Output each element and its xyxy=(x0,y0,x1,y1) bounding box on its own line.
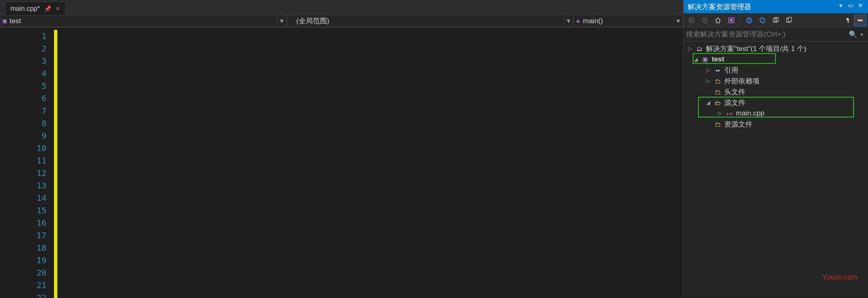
folder-icon: 🗀 xyxy=(713,88,722,95)
chevron-down-icon: ▾ xyxy=(674,17,683,25)
solution-explorer-toolbar xyxy=(684,13,868,27)
expand-icon[interactable]: ▷ xyxy=(717,110,723,116)
search-icon[interactable]: 🔍 xyxy=(848,30,858,38)
show-all-files-button[interactable] xyxy=(770,15,782,26)
references-node[interactable]: ▷ ▪▪ 引用 xyxy=(684,65,868,76)
line-number: 21 xyxy=(0,279,47,291)
line-number: 6 xyxy=(0,92,47,105)
sources-node[interactable]: ◢ 🗁 源文件 xyxy=(684,97,868,108)
line-number: 11 xyxy=(0,154,47,167)
line-number: 22 xyxy=(0,291,47,298)
folder-icon: 🗀 xyxy=(713,78,722,85)
svg-rect-3 xyxy=(730,19,733,22)
solution-tree[interactable]: ▷ 🗂 解决方案"test"(1 个项目/共 1 个) ◢ ▣ test ▷ ▪… xyxy=(684,42,868,298)
preview-selected-button[interactable] xyxy=(854,15,866,26)
line-number: 19 xyxy=(0,254,47,266)
file-main-cpp[interactable]: ▷ ++ main.cpp xyxy=(684,108,868,119)
line-number: 8 xyxy=(0,117,47,129)
global-label: (全局范围) xyxy=(295,16,564,26)
sources-label: 源文件 xyxy=(724,98,745,107)
references-icon: ▪▪ xyxy=(713,67,722,74)
collapse-all-button[interactable] xyxy=(783,15,795,26)
pin-icon[interactable]: ▭ xyxy=(846,2,856,11)
folder-open-icon: 🗁 xyxy=(713,99,722,106)
pin-icon[interactable]: 📌 xyxy=(44,5,51,12)
solution-label: 解决方案"test"(1 个项目/共 1 个) xyxy=(706,44,807,54)
line-number: 13 xyxy=(0,179,47,192)
home-button[interactable] xyxy=(712,15,724,26)
global-dropdown[interactable]: (全局范围) ▾ xyxy=(287,15,573,27)
solution-node[interactable]: ▷ 🗂 解决方案"test"(1 个项目/共 1 个) xyxy=(684,43,868,54)
expand-icon[interactable]: ▷ xyxy=(687,46,693,51)
file-label: main.cpp xyxy=(736,109,765,117)
line-number: 14 xyxy=(0,192,47,204)
back-button[interactable] xyxy=(685,15,698,26)
line-number: 1 xyxy=(0,30,47,42)
pending-changes-button[interactable] xyxy=(743,15,755,26)
svg-rect-8 xyxy=(788,17,792,22)
tab-label: main.cpp* xyxy=(10,5,40,12)
line-number: 10 xyxy=(0,142,47,154)
line-number: 20 xyxy=(0,266,47,279)
references-label: 引用 xyxy=(724,66,738,75)
line-gutter: 1 2 3 4 5 6 7 8 9 10 11 12 13 14 15 16 1… xyxy=(0,27,54,298)
function-dropdown[interactable]: ◈ main() ▾ xyxy=(573,15,683,27)
close-icon[interactable]: ✕ xyxy=(856,2,866,11)
line-number: 2 xyxy=(0,42,47,55)
external-deps-node[interactable]: ▷ 🗀 外部依赖项 xyxy=(684,76,868,86)
switch-view-button[interactable] xyxy=(725,15,738,26)
chevron-down-icon: ▾ xyxy=(277,17,286,25)
line-number: 5 xyxy=(0,80,47,92)
project-label: test xyxy=(712,55,724,64)
project-icon: ▣ xyxy=(0,18,9,24)
solution-explorer-search[interactable]: 🔍 ▾ xyxy=(684,27,868,42)
line-number: 12 xyxy=(0,167,47,179)
svg-point-1 xyxy=(702,18,707,23)
headers-label: 头文件 xyxy=(724,87,745,97)
chevron-down-icon: ▾ xyxy=(564,17,573,25)
line-number: 4 xyxy=(0,67,47,80)
cpp-file-icon: ++ xyxy=(725,110,733,117)
external-deps-label: 外部依赖项 xyxy=(724,76,760,86)
resources-node[interactable]: 🗀 资源文件 xyxy=(684,119,868,129)
tab-main-cpp[interactable]: main.cpp* 📌 ✕ xyxy=(5,2,66,15)
project-node-test[interactable]: ◢ ▣ test xyxy=(684,54,868,65)
watermark: Yuucn.com xyxy=(822,273,857,281)
svg-point-0 xyxy=(689,18,694,23)
resources-label: 资源文件 xyxy=(724,120,752,129)
svg-rect-9 xyxy=(858,20,863,21)
solution-icon: 🗂 xyxy=(695,45,703,52)
expand-icon[interactable]: ▷ xyxy=(705,67,711,73)
project-icon: ▣ xyxy=(701,56,709,63)
collapse-icon[interactable]: ◢ xyxy=(693,56,698,62)
forward-button[interactable] xyxy=(698,15,711,26)
line-number: 15 xyxy=(0,204,47,217)
expand-icon[interactable]: ▷ xyxy=(705,78,711,84)
code-nav-bar: ▣ test ▾ (全局范围) ▾ ◈ main() ▾ xyxy=(0,15,683,27)
panel-title: 解决方案资源管理器 xyxy=(688,2,836,12)
folder-icon: 🗀 xyxy=(713,121,722,128)
solution-explorer-panel: 解决方案资源管理器 ▾ ▭ ✕ xyxy=(683,0,868,298)
search-input[interactable] xyxy=(686,30,848,39)
line-number: 3 xyxy=(0,55,47,67)
collapse-icon[interactable]: ◢ xyxy=(705,100,711,105)
properties-button[interactable] xyxy=(841,15,853,26)
code-body[interactable] xyxy=(57,27,683,298)
headers-node[interactable]: 🗀 头文件 xyxy=(684,86,868,97)
separator xyxy=(740,16,740,24)
line-number: 18 xyxy=(0,242,47,254)
sync-button[interactable] xyxy=(756,15,769,26)
function-label: main() xyxy=(582,17,674,25)
close-icon[interactable]: ✕ xyxy=(55,5,60,12)
scope-dropdown[interactable]: ▣ test ▾ xyxy=(0,15,287,27)
chevron-down-icon[interactable]: ▾ xyxy=(858,32,866,37)
scope-label: test xyxy=(9,17,277,25)
line-number: 9 xyxy=(0,129,47,142)
code-editor[interactable]: 1 2 3 4 5 6 7 8 9 10 11 12 13 14 15 16 1… xyxy=(0,27,683,298)
solution-explorer-titlebar[interactable]: 解决方案资源管理器 ▾ ▭ ✕ xyxy=(684,0,868,13)
editor-tabs: main.cpp* 📌 ✕ xyxy=(0,0,683,15)
method-icon: ◈ xyxy=(574,18,582,24)
window-menu-icon[interactable]: ▾ xyxy=(836,2,846,11)
line-number: 7 xyxy=(0,105,47,117)
modified-indicator xyxy=(54,30,57,298)
